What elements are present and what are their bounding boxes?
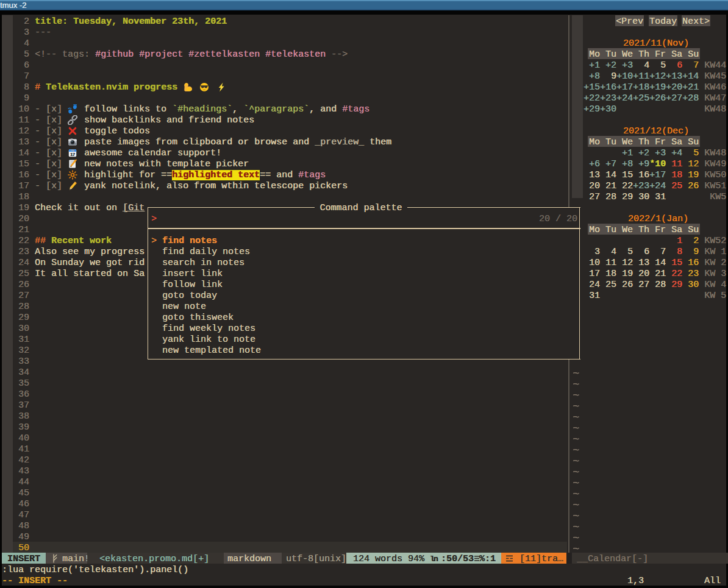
svg-text:July: July	[71, 149, 74, 152]
svg-text:17: 17	[70, 152, 75, 157]
